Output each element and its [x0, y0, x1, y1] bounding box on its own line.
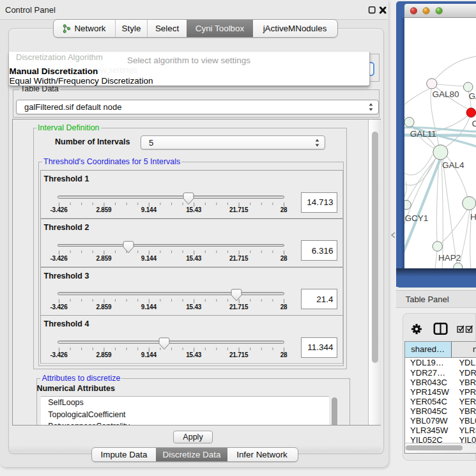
svg-text:HAP2: HAP2 — [438, 252, 461, 262]
svg-text:GA: GA — [468, 91, 476, 101]
svg-text:GCY1: GCY1 — [404, 213, 428, 222]
svg-text:GAL80: GAL80 — [432, 89, 459, 98]
svg-text:H: H — [470, 211, 476, 221]
svg-text:GAL11: GAL11 — [410, 128, 436, 138]
svg-text:GAL4: GAL4 — [442, 160, 464, 169]
svg-text:C: C — [472, 118, 476, 128]
